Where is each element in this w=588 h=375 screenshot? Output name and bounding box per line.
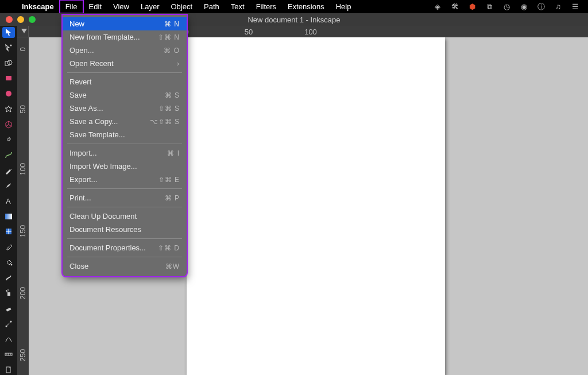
app-name[interactable]: Inkscape [16,2,60,11]
svg-point-4 [6,91,11,96]
menu-item-save-as[interactable]: Save As... ⇧⌘ S [63,102,187,115]
menu-item-document-properties[interactable]: Document Properties... ⇧⌘ D [63,241,187,254]
headphones-icon[interactable]: ♫ [554,2,563,11]
tool-rectangle[interactable] [2,73,15,84]
ruler-v-label: 0 [18,47,27,51]
tool-calligraphy[interactable] [2,180,15,191]
menu-item-save[interactable]: Save ⌘ S [63,88,187,102]
stage-manager-icon[interactable]: ⧉ [485,2,494,11]
menu-item-shortcut: ⇧⌘ N [158,33,180,41]
menu-separator [67,72,182,73]
menubar-right: ◈ 🛠 ⬢ ⧉ ◷ ◉ ⓘ ♫ ☰ [433,2,588,11]
shield-icon[interactable]: ⬢ [467,2,477,11]
menu-item-label: Clean Up Document [69,212,137,221]
menu-object[interactable]: Object [165,0,199,13]
svg-point-12 [7,289,9,291]
tool-measure[interactable] [2,349,15,360]
menu-view[interactable]: View [107,0,135,13]
menu-item-label: Open... [69,46,94,55]
menu-item-new-from-template[interactable]: New from Template... ⇧⌘ N [63,30,187,44]
menu-item-shortcut: ⌥⇧⌘ S [150,118,180,126]
tool-dropper[interactable] [2,242,15,253]
menu-item-save-template[interactable]: Save Template... [63,128,187,141]
tool-lpe[interactable] [2,334,15,345]
menu-item-shortcut: ⇧⌘ D [158,244,180,252]
menu-layer[interactable]: Layer [135,0,165,13]
file-menu-dropdown: New ⌘ N New from Template... ⇧⌘ N Open..… [63,15,187,276]
menu-edit[interactable]: Edit [83,0,107,13]
menu-item-shortcut: ⌘ O [164,47,180,55]
tool-text[interactable]: A [2,196,15,207]
menu-separator [67,144,182,144]
ruler-v-label: 200 [18,287,27,300]
ruler-corner-gutter: 0 50 100 150 200 250 [17,26,29,375]
menu-item-close[interactable]: Close ⌘W [63,260,187,273]
menu-item-save-a-copy[interactable]: Save a Copy... ⌥⇧⌘ S [63,115,187,128]
svg-point-9 [11,264,13,265]
menu-item-shortcut: ⇧⌘ E [158,176,180,184]
menu-item-shortcut: ⇧⌘ S [158,105,180,113]
info-icon[interactable]: ⓘ [536,2,546,11]
wrench-icon[interactable]: 🛠 [450,2,459,11]
menu-path[interactable]: Path [198,0,225,13]
svg-marker-5 [5,106,12,112]
record-icon[interactable]: ◉ [519,2,528,11]
menu-item-label: New [69,20,84,28]
menu-item-label: Open Recent [69,59,114,68]
ruler-corner[interactable] [17,26,29,37]
tool-shape-builder[interactable] [2,57,15,68]
ruler-h-label: 50 [245,28,253,36]
menu-item-label: Close [69,262,88,270]
tool-spiral[interactable] [2,134,15,145]
menu-extensions[interactable]: Extensions [282,0,330,13]
vertical-ruler[interactable]: 0 50 100 150 200 250 [17,37,29,375]
menu-text[interactable]: Text [225,0,250,13]
ruler-h-label: 100 [304,28,317,36]
menu-item-print[interactable]: Print... ⌘ P [63,191,187,204]
svg-rect-3 [6,76,11,80]
svg-point-0 [10,45,12,47]
menu-filters[interactable]: Filters [250,0,282,13]
menu-item-label: Import Web Image... [69,162,137,171]
menu-item-import[interactable]: Import... ⌘ I [63,146,187,160]
tool-connector[interactable] [2,318,15,329]
svg-point-2 [7,60,12,65]
tool-spray[interactable] [2,288,15,299]
tool-selector[interactable] [2,27,15,38]
svg-rect-14 [6,307,11,311]
menu-item-export[interactable]: Export... ⇧⌘ E [63,173,187,186]
menu-item-new[interactable]: New ⌘ N [63,17,187,30]
menu-item-document-resources[interactable]: Document Resources [63,223,187,236]
menu-item-clean-up-document[interactable]: Clean Up Document [63,210,187,223]
menu-item-label: Revert [69,78,91,86]
menu-help[interactable]: Help [330,0,357,13]
tool-node[interactable] [2,42,15,53]
tool-pencil[interactable] [2,165,15,176]
tool-eraser[interactable] [2,303,15,314]
tool-pages[interactable] [2,364,15,375]
menu-item-label: Save As... [69,104,103,113]
menu-file[interactable]: File [60,0,83,13]
tool-ellipse[interactable] [2,88,15,99]
menu-item-open[interactable]: Open... ⌘ O [63,44,187,57]
menu-item-label: Document Properties... [69,243,146,252]
menu-item-open-recent[interactable]: Open Recent › [63,57,187,70]
tool-mesh[interactable] [2,226,15,237]
menu-item-label: Document Resources [69,225,141,234]
more-icon[interactable]: ☰ [571,2,580,11]
menu-item-shortcut: ⌘ N [164,20,180,28]
tool-3dbox[interactable] [2,119,15,130]
menu-item-revert[interactable]: Revert [63,75,187,88]
tool-gradient[interactable] [2,211,15,222]
clock-icon[interactable]: ◷ [502,2,511,11]
tool-tweak[interactable] [2,272,15,283]
tool-paint-bucket[interactable] [2,257,15,268]
menu-separator [67,207,182,207]
tool-star[interactable] [2,104,15,115]
menu-item-import-web-image[interactable]: Import Web Image... [63,160,187,173]
tool-bezier[interactable] [2,150,15,161]
telegram-icon[interactable]: ◈ [433,2,442,11]
page[interactable] [187,37,445,375]
menu-separator [67,257,182,257]
menu-item-shortcut: ⌘ I [167,149,180,157]
